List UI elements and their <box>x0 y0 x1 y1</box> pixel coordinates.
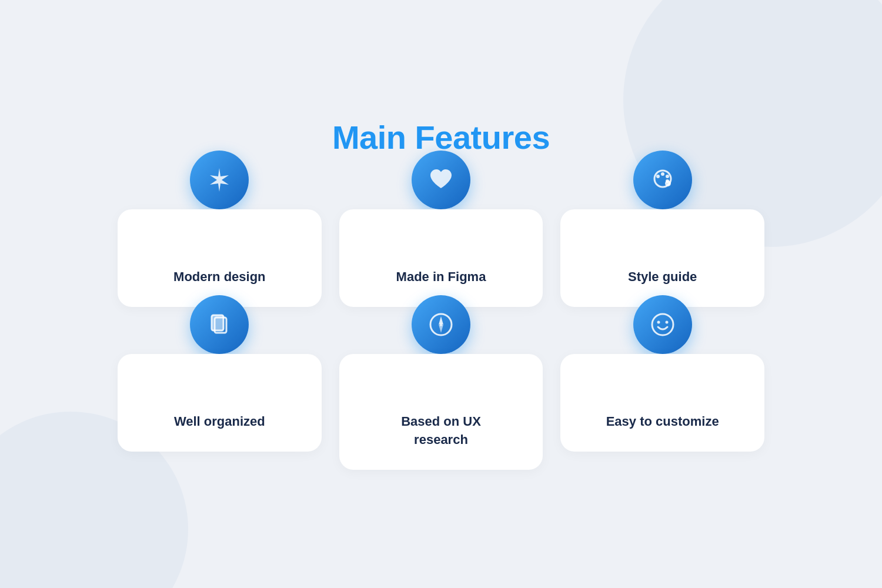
sparkles-icon <box>205 166 233 194</box>
feature-card-inner-style-guide: Style guide <box>628 268 697 286</box>
ux-research-label: Based on UX research <box>401 413 481 449</box>
smiley-icon <box>649 310 677 339</box>
style-guide-icon-circle <box>633 151 692 209</box>
main-container: Main Features Modern design <box>118 118 764 469</box>
easy-customize-label: Easy to customize <box>606 413 719 431</box>
copy-icon <box>205 310 233 339</box>
modern-design-label: Modern design <box>173 268 265 286</box>
feature-card-inner-well-organized: Well organized <box>174 413 265 431</box>
svg-point-12 <box>439 323 442 326</box>
feature-card-body-style-guide: Style guide <box>560 209 764 307</box>
svg-point-13 <box>652 314 673 335</box>
svg-rect-8 <box>212 315 223 330</box>
heart-icon <box>427 166 455 194</box>
feature-card-inner-modern-design: Modern design <box>173 268 265 286</box>
feature-card-body-ux-research: Based on UX research <box>339 354 543 470</box>
easy-customize-icon-circle <box>633 295 692 354</box>
svg-rect-0 <box>216 171 223 178</box>
feature-card-easy-customize: Easy to customize <box>560 325 764 470</box>
feature-card-body-well-organized: Well organized <box>118 354 322 452</box>
well-organized-label: Well organized <box>174 413 265 431</box>
svg-point-15 <box>665 321 668 324</box>
feature-card-ux-research: Based on UX research <box>339 325 543 470</box>
feature-card-well-organized: Well organized <box>118 325 322 470</box>
svg-point-2 <box>656 175 660 178</box>
feature-card-inner-easy-customize: Easy to customize <box>606 413 719 431</box>
svg-point-6 <box>665 181 671 186</box>
feature-card-style-guide: Style guide <box>560 180 764 307</box>
feature-card-inner-ux-research: Based on UX research <box>401 413 481 449</box>
well-organized-icon-circle <box>190 295 249 354</box>
feature-card-modern-design: Modern design <box>118 180 322 307</box>
features-grid: Modern design Made in Figma <box>118 180 764 469</box>
svg-point-14 <box>657 321 660 324</box>
made-in-figma-icon-circle <box>412 151 470 209</box>
feature-card-body-easy-customize: Easy to customize <box>560 354 764 452</box>
svg-point-3 <box>661 172 664 176</box>
style-guide-label: Style guide <box>628 268 697 286</box>
svg-point-4 <box>666 175 669 178</box>
feature-card-body-made-in-figma: Made in Figma <box>339 209 543 307</box>
feature-card-made-in-figma: Made in Figma <box>339 180 543 307</box>
feature-card-inner-made-in-figma: Made in Figma <box>396 268 486 286</box>
ux-research-icon-circle <box>412 295 470 354</box>
modern-design-icon-circle <box>190 151 249 209</box>
compass-icon <box>427 310 455 339</box>
made-in-figma-label: Made in Figma <box>396 268 486 286</box>
feature-card-body-modern-design: Modern design <box>118 209 322 307</box>
palette-icon <box>649 166 677 194</box>
